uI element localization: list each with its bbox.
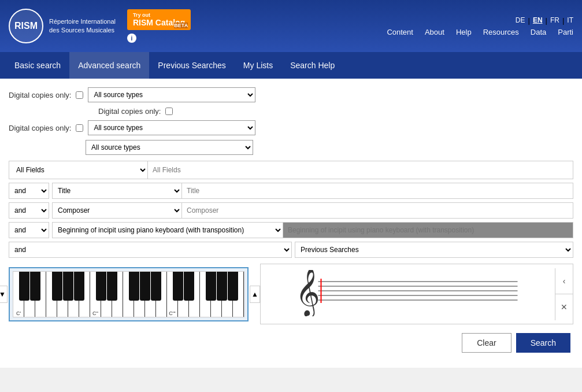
field-type-composer[interactable]: Composer: [52, 202, 182, 219]
staff-nav-prev[interactable]: ‹: [555, 268, 573, 294]
nav-search-help[interactable]: Search Help: [281, 52, 343, 79]
digital-copies-checkbox-3[interactable]: [76, 124, 83, 132]
all-fields-input[interactable]: [148, 161, 573, 179]
source-type-select-1[interactable]: All source types: [88, 87, 255, 102]
op-select-incipit[interactable]: and or not: [9, 222, 49, 238]
key-b1[interactable]: [79, 272, 90, 317]
op-select-prev[interactable]: and or not: [9, 242, 292, 258]
key-c3[interactable]: C''': [167, 272, 178, 317]
info-icon[interactable]: i: [127, 34, 136, 43]
key-g2[interactable]: [134, 272, 145, 317]
key-e2[interactable]: [112, 272, 123, 317]
rism-logo: RISM: [9, 9, 43, 43]
search-area: Digital copies only: All source types Di…: [0, 79, 582, 368]
key-f2[interactable]: [123, 272, 134, 317]
key-d2[interactable]: [101, 272, 112, 317]
source-type-select-3[interactable]: All source types: [86, 140, 253, 155]
all-fields-row: All Fields: [9, 161, 573, 179]
lang-en[interactable]: EN: [533, 16, 543, 24]
filter-row-4: All source types: [86, 140, 573, 155]
key-f1[interactable]: [46, 272, 57, 317]
incipit-row: and or not Beginning of incipit using pi…: [9, 222, 573, 238]
op-select-title[interactable]: and or not: [9, 183, 49, 199]
digital-copies-checkbox-2[interactable]: [165, 108, 173, 115]
prev-search-select[interactable]: Previous Searches: [295, 242, 573, 258]
title-input[interactable]: [182, 183, 573, 199]
piano-scroll-down[interactable]: ▼: [0, 286, 8, 303]
key-a1[interactable]: [68, 272, 79, 317]
field-type-title[interactable]: Title: [52, 183, 182, 199]
key-d3[interactable]: [178, 272, 189, 317]
piano-scroll-up[interactable]: ▲: [250, 286, 260, 303]
key-a3[interactable]: [222, 272, 233, 317]
filter-row-3: Digital copies only: All source types: [9, 120, 573, 135]
key-b2[interactable]: [156, 272, 167, 317]
digital-copies-checkbox-1[interactable]: [76, 91, 83, 99]
nav-parti[interactable]: Parti: [558, 28, 573, 36]
title-row: and or not Title: [9, 183, 573, 199]
key-c2[interactable]: C'': [90, 272, 101, 317]
key-d1[interactable]: [24, 272, 35, 317]
nav-my-lists[interactable]: My Lists: [235, 52, 281, 79]
treble-clef: 𝄞: [295, 270, 320, 316]
logo-text: Répertoire International des Sources Mus…: [49, 17, 116, 35]
digital-copies-label-1: Digital copies only:: [9, 91, 71, 99]
digital-copies-label-2: Digital copies only:: [98, 107, 161, 116]
staff-nav-close[interactable]: ✕: [555, 294, 573, 320]
piano-staff-area: ▼ C' C'': [9, 264, 573, 324]
lang-it[interactable]: IT: [567, 16, 573, 24]
filter-row-1: Digital copies only: All source types: [9, 87, 573, 102]
nav-help[interactable]: Help: [456, 28, 472, 36]
key-a2[interactable]: [145, 272, 156, 317]
key-c1[interactable]: C': [13, 272, 24, 317]
digital-copies-label-3: Digital copies only:: [9, 124, 71, 132]
nav-basic-search[interactable]: Basic search: [6, 52, 69, 79]
incipit-input[interactable]: [283, 222, 573, 238]
nav-resources[interactable]: Resources: [483, 28, 519, 36]
key-e3[interactable]: [189, 272, 200, 317]
clear-button[interactable]: Clear: [462, 333, 511, 353]
search-button[interactable]: Search: [516, 333, 570, 353]
logo-area: RISM Répertoire International des Source…: [9, 9, 387, 43]
key-label-c2: C'': [92, 310, 98, 316]
nav-advanced-search[interactable]: Advanced search: [69, 52, 149, 79]
staff-wrapper: 𝄞 ‹ ✕: [260, 264, 573, 324]
language-selector: DE | EN | FR | IT: [516, 16, 573, 25]
nav-data[interactable]: Data: [531, 28, 546, 36]
all-fields-select[interactable]: All Fields: [9, 161, 148, 179]
staff-content: 𝄞: [261, 264, 555, 324]
staff-nav-right: ‹ ✕: [555, 268, 573, 320]
source-type-select-2[interactable]: All source types: [88, 120, 255, 135]
site-header: RISM Répertoire International des Source…: [0, 0, 582, 52]
key-g3[interactable]: [211, 272, 222, 317]
nav-about[interactable]: About: [425, 28, 444, 36]
top-nav-links: Content About Help Resources Data Parti: [387, 28, 573, 36]
staff-svg: 𝄞: [266, 270, 549, 316]
piano-keyboard[interactable]: C' C'': [13, 271, 244, 317]
composer-input[interactable]: [182, 202, 573, 219]
catalog-badge[interactable]: Try out RISM Catalog BETA: [127, 9, 191, 30]
top-right-nav: DE | EN | FR | IT Content About Help Res…: [387, 16, 573, 36]
filter-row-2: Digital copies only:: [98, 107, 573, 116]
key-g1[interactable]: [57, 272, 68, 317]
action-buttons: Clear Search: [9, 333, 573, 353]
key-label-c1: C': [16, 310, 21, 316]
nav-content[interactable]: Content: [387, 28, 413, 36]
prev-searches-row: and or not Previous Searches: [9, 242, 573, 258]
nav-previous-searches[interactable]: Previous Searches: [149, 52, 235, 79]
key-e1[interactable]: [35, 272, 46, 317]
field-type-incipit[interactable]: Beginning of incipit using piano keyboar…: [52, 222, 283, 238]
piano-container: ▼ C' C'': [9, 264, 249, 324]
key-label-c3: C''': [169, 310, 176, 316]
main-navigation: Basic search Advanced search Previous Se…: [0, 52, 582, 79]
op-select-composer[interactable]: and or not: [9, 202, 49, 219]
key-b3[interactable]: [233, 272, 244, 317]
piano-wrapper: C' C'': [9, 267, 249, 321]
lang-de[interactable]: DE: [516, 16, 525, 24]
composer-row: and or not Composer: [9, 202, 573, 219]
key-f3[interactable]: [200, 272, 211, 317]
lang-fr[interactable]: FR: [550, 16, 559, 24]
